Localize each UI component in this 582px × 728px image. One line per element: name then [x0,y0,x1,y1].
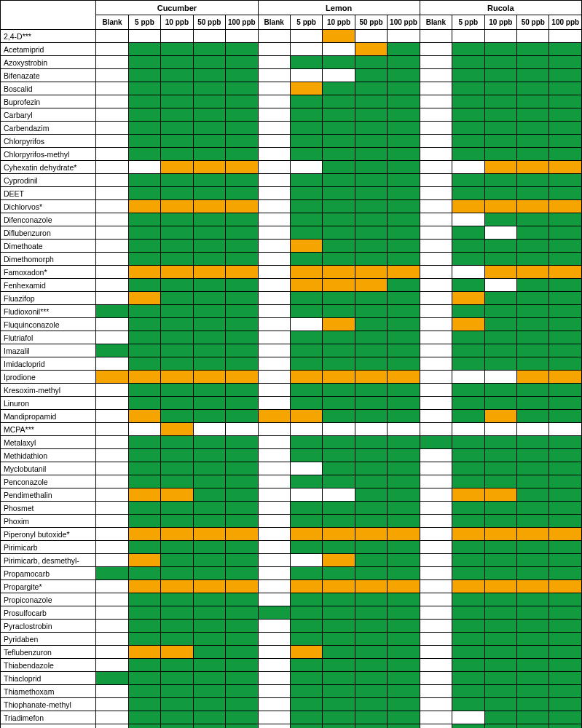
heat-cell [290,148,322,161]
heat-cell [161,620,193,633]
heat-cell [323,685,355,698]
heat-cell [290,593,322,606]
heat-cell [193,633,225,646]
table-row: Pendimethalin [1,488,582,502]
heat-cell [226,515,258,528]
heat-cell [323,620,355,633]
compound-name: Pyraclostrobin [1,620,96,633]
heat-cell [258,135,290,148]
heat-cell [452,318,484,331]
heat-cell [517,436,549,449]
heat-cell [452,148,484,161]
heat-cell [355,659,387,672]
heat-cell [226,423,258,436]
heat-cell [226,161,258,174]
heat-cell [128,213,160,226]
heat-cell [128,515,160,528]
heat-cell [96,698,128,711]
heat-cell [193,502,225,515]
heat-cell [388,292,420,305]
heat-cell [193,174,225,187]
heat-cell [226,475,258,488]
heat-cell [388,253,420,266]
table-row: Chlorpyrifos-methyl [1,148,582,161]
heat-cell [96,554,128,567]
heat-cell [517,410,549,423]
heat-cell [290,606,322,620]
heat-cell [484,606,516,620]
heat-cell [388,593,420,606]
heat-cell [193,685,225,698]
heat-cell [258,43,290,56]
compound-name: Fenhexamid [1,279,96,292]
heat-cell [290,371,322,384]
heat-cell [323,213,355,226]
heat-cell [96,659,128,672]
heat-cell [226,266,258,279]
heat-cell [193,515,225,528]
heat-cell [323,187,355,200]
heat-cell [549,593,582,606]
heat-cell [290,305,322,318]
heat-cell [128,266,160,279]
heat-cell [128,633,160,646]
heat-cell [388,344,420,357]
table-row: Fluazifop [1,292,582,305]
heat-cell [161,43,193,56]
heat-cell [258,30,290,43]
heat-cell [96,567,128,580]
heat-cell [96,69,128,82]
heat-cell [549,200,582,213]
heat-cell [549,541,582,554]
heat-cell [96,488,128,502]
heat-cell [258,711,290,724]
heat-cell [517,213,549,226]
heat-cell [452,240,484,253]
heat-cell [355,410,387,423]
heat-cell [517,266,549,279]
heat-cell [128,567,160,580]
heat-cell [96,240,128,253]
heat-cell [193,56,225,69]
heat-cell [420,502,452,515]
heat-cell [484,515,516,528]
heat-cell [226,82,258,95]
heat-cell [452,357,484,371]
level-header: 100 ppb [226,15,258,30]
heat-cell [128,174,160,187]
heat-cell [517,344,549,357]
compound-name: Boscalid [1,82,96,95]
table-row: DEET [1,187,582,200]
heat-cell [193,410,225,423]
heat-cell [484,122,516,135]
heat-cell [161,56,193,69]
heat-cell [96,95,128,108]
heat-cell [517,318,549,331]
table-row: Methidathion [1,449,582,462]
heat-cell [388,318,420,331]
heat-cell [258,122,290,135]
heat-cell [452,711,484,724]
heat-cell [128,135,160,148]
heat-cell [193,331,225,344]
level-header: 5 ppb [290,15,322,30]
heat-cell [258,567,290,580]
heat-cell [290,331,322,344]
heat-cell [549,82,582,95]
heat-cell [226,633,258,646]
heat-cell [517,397,549,410]
heat-cell [128,371,160,384]
heat-cell [420,580,452,593]
level-header: Blank [258,15,290,30]
heat-cell [452,226,484,240]
heat-cell [549,292,582,305]
heat-cell [549,266,582,279]
heat-cell [128,292,160,305]
heat-cell [128,698,160,711]
compound-name: Thiophanate-methyl [1,698,96,711]
heat-cell [290,318,322,331]
heat-cell [258,357,290,371]
heat-cell [355,344,387,357]
heat-cell [161,135,193,148]
heat-cell [96,331,128,344]
